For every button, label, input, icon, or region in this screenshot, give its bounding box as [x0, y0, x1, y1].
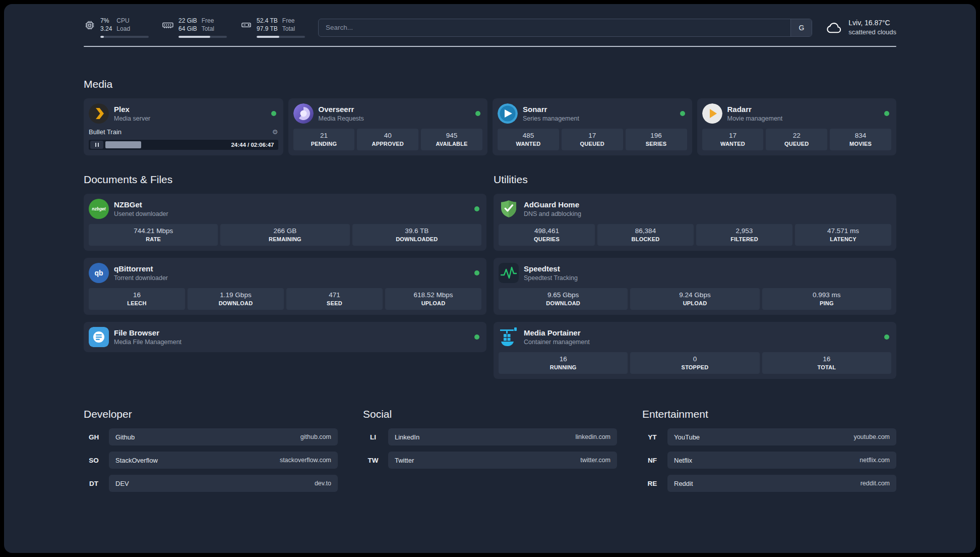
playback-time: 24:44 / 02:06:47 [231, 142, 274, 148]
weather-widget[interactable]: Lviv, 16.87°C scattered clouds [825, 18, 896, 36]
qbittorrent-card[interactable]: qb qBittorrent Torrent downloader 16 LEE… [84, 258, 486, 315]
stat-queries: 498,461 QUERIES [499, 224, 595, 246]
app-name: AdGuard Home [524, 200, 581, 209]
status-dot-online [474, 335, 479, 340]
stat-wanted: 17 WANTED [702, 129, 764, 150]
app-name: Speedtest [524, 264, 578, 273]
section-social: Social LI LinkedIn linkedin.com TW Twitt… [363, 408, 617, 492]
overseerr-icon [293, 103, 314, 124]
dev-favicon: DT [84, 480, 104, 487]
section-entertainment: Entertainment YT YouTube youtube.com NF … [642, 408, 896, 492]
app-subtitle: Speedtest Tracking [524, 274, 578, 282]
weather-location: Lviv, 16.87°C [848, 18, 896, 28]
stat-upload: 9.24 Gbps UPLOAD [630, 288, 759, 310]
gear-icon[interactable]: ⚙ [272, 128, 278, 136]
ram-progress-bar [178, 36, 227, 38]
section-documents: Documents & Files nzbget NZBGet Usenet d… [84, 174, 486, 379]
sonarr-icon [498, 103, 518, 124]
disk-label-2: Total [282, 25, 295, 33]
stat-download: 9.65 Gbps DOWNLOAD [499, 288, 628, 310]
status-dot-online [271, 111, 276, 116]
pause-button[interactable] [90, 141, 103, 149]
disk-free: 52.4 TB [257, 17, 278, 25]
plex-card[interactable]: Plex Media server Bullet Train ⚙ 24:44 /… [84, 98, 283, 155]
reddit-favicon: RE [642, 480, 662, 487]
cloud-icon [825, 19, 843, 37]
stat-wanted: 485 WANTED [498, 129, 559, 150]
sonarr-card[interactable]: Sonarr Series management 485 WANTED 17 Q… [493, 98, 692, 155]
section-developer: Developer GH Github github.com SO StackO… [84, 408, 338, 492]
ram-metric: 22 GiB 64 GiB Free Total [162, 17, 227, 38]
cpu-label-1: CPU [116, 17, 130, 25]
app-name: Radarr [727, 105, 783, 114]
search-bar: G [318, 19, 812, 37]
ram-label-2: Total [202, 25, 214, 33]
portainer-icon [499, 327, 519, 347]
section-media: Media Plex Media server Bullet Train ⚙ [84, 78, 896, 155]
stat-filtered: 2,953 FILTERED [696, 224, 792, 246]
app-subtitle: Torrent downloader [114, 274, 168, 282]
stat-download: 1.19 Gbps DOWNLOAD [188, 288, 284, 310]
adguard-card[interactable]: AdGuard Home DNS and adblocking 498,461 … [494, 194, 896, 251]
github-favicon: GH [84, 433, 104, 441]
bookmark-reddit[interactable]: RE Reddit reddit.com [642, 475, 896, 492]
bookmark-youtube[interactable]: YT YouTube youtube.com [642, 428, 896, 445]
bookmark-linkedin[interactable]: LI LinkedIn linkedin.com [363, 428, 617, 445]
developer-section-title: Developer [84, 408, 338, 420]
search-engine-button[interactable]: G [790, 19, 812, 36]
plex-icon [89, 103, 109, 124]
app-name: Overseerr [319, 105, 364, 114]
bookmark-netflix[interactable]: NF Netflix netflix.com [642, 452, 896, 469]
search-input[interactable] [319, 19, 790, 36]
stat-movies: 834 MOVIES [830, 129, 891, 150]
radarr-icon [702, 103, 722, 124]
bookmark-github[interactable]: GH Github github.com [84, 428, 338, 445]
bookmark-twitter[interactable]: TW Twitter twitter.com [363, 452, 617, 469]
bookmark-stackoverflow[interactable]: SO StackOverflow stackoverflow.com [84, 452, 338, 469]
cpu-progress-bar [100, 36, 149, 38]
stat-blocked: 86,384 BLOCKED [597, 224, 694, 246]
app-subtitle: Series management [523, 115, 579, 122]
stat-total: 16 TOTAL [762, 352, 891, 374]
status-dot-online [475, 111, 480, 116]
cpu-percent: 7% [100, 17, 112, 25]
bookmark-dev[interactable]: DT DEV dev.to [84, 475, 338, 492]
app-subtitle: Media File Management [114, 339, 181, 346]
ram-free: 22 GiB [178, 17, 197, 25]
stat-stopped: 0 STOPPED [630, 352, 759, 374]
stat-upload: 618.52 Mbps UPLOAD [385, 288, 481, 310]
overseerr-card[interactable]: Overseerr Media Requests 21 PENDING 40 A… [288, 98, 488, 155]
disk-label-1: Free [282, 17, 295, 25]
stat-ping: 0.993 ms PING [762, 288, 891, 310]
nzbget-card[interactable]: nzbget NZBGet Usenet downloader 744.21 M… [84, 194, 486, 251]
stat-available: 945 AVAILABLE [421, 129, 482, 150]
app-subtitle: DNS and adblocking [524, 210, 581, 217]
stat-leech: 16 LEECH [89, 288, 185, 310]
documents-section-title: Documents & Files [84, 174, 486, 186]
portainer-card[interactable]: Media Portainer Container management 16 … [494, 322, 896, 379]
disk-metric: 52.4 TB 97.9 TB Free Total [240, 17, 305, 38]
disk-progress-bar [257, 36, 305, 38]
app-name: qBittorrent [114, 264, 168, 273]
playback-progress-bar[interactable]: 24:44 / 02:06:47 [89, 140, 278, 150]
disk-icon [240, 19, 252, 31]
social-section-title: Social [363, 408, 617, 420]
filebrowser-card[interactable]: File Browser Media File Management [84, 322, 486, 352]
cpu-loadavg: 3.24 [100, 25, 112, 33]
status-dot-online [474, 270, 479, 275]
radarr-card[interactable]: Radarr Movie management 17 WANTED 22 QUE… [697, 98, 897, 155]
stackoverflow-favicon: SO [84, 457, 104, 464]
netflix-favicon: NF [642, 457, 662, 464]
app-name: File Browser [114, 328, 181, 338]
dashboard-root: 7% 3.24 CPU Load 22 GiB 64 GiB [4, 4, 976, 553]
speedtest-card[interactable]: Speedtest Speedtest Tracking 9.65 Gbps D… [494, 258, 896, 315]
utilities-section-title: Utilities [494, 174, 896, 186]
ram-total: 64 GiB [178, 25, 197, 33]
cpu-icon [84, 19, 96, 31]
status-dot-online [884, 335, 889, 340]
status-dot-online [680, 111, 685, 116]
app-name: NZBGet [114, 200, 168, 209]
disk-total: 97.9 TB [257, 25, 278, 33]
youtube-favicon: YT [642, 433, 662, 441]
stat-series: 196 SERIES [626, 129, 687, 150]
